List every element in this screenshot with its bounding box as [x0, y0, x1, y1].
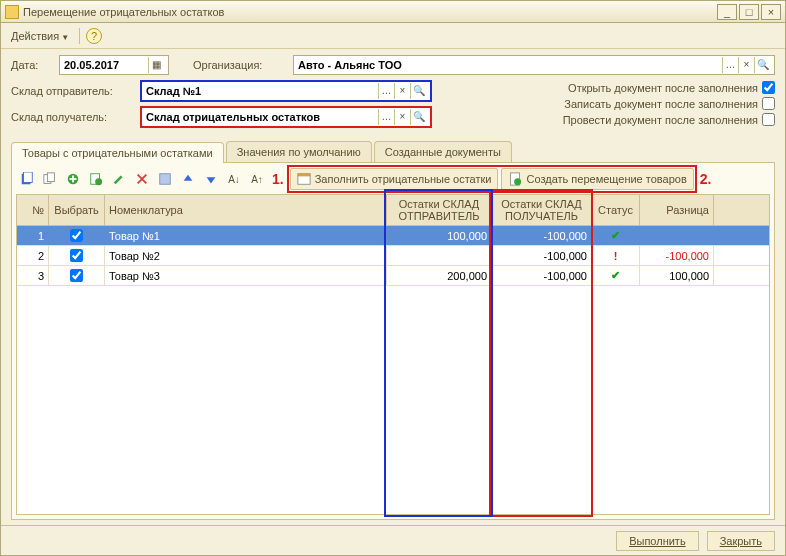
cell-receiver-stock: -100,000: [492, 226, 592, 245]
clear-icon[interactable]: ×: [738, 57, 754, 73]
fill-negative-button[interactable]: Заполнить отрицательные остатки: [290, 168, 499, 190]
search-icon[interactable]: 🔍: [410, 83, 426, 99]
refresh-icon[interactable]: [17, 169, 37, 189]
move-down-icon[interactable]: [201, 169, 221, 189]
form-area: Дата: 20.05.2017 ▦ Организация: Авто - А…: [1, 49, 785, 137]
cell-select[interactable]: [49, 246, 105, 265]
table-row[interactable]: 3Товар №3200,000-100,000✔100,000: [17, 266, 769, 286]
add-copy-icon[interactable]: [86, 169, 106, 189]
cell-receiver-stock: -100,000: [492, 246, 592, 265]
actions-menu[interactable]: Действия▼: [7, 28, 73, 44]
post-after-label: Провести документ после заполнения: [563, 114, 758, 126]
app-icon: [5, 5, 19, 19]
close-footer-button[interactable]: Закрыть: [707, 531, 775, 551]
col-nomenclature[interactable]: Номенклатура: [105, 195, 387, 225]
svg-point-8: [95, 178, 102, 185]
cell-sender-stock: 100,000: [387, 226, 492, 245]
tab-negative-stock[interactable]: Товары с отрицательными остатками: [11, 142, 224, 163]
svg-rect-1: [24, 172, 33, 183]
search-icon[interactable]: 🔍: [754, 57, 770, 73]
table-row[interactable]: 2Товар №2-100,000!-100,000: [17, 246, 769, 266]
delete-icon[interactable]: [132, 169, 152, 189]
help-button[interactable]: ?: [86, 28, 102, 44]
svg-rect-3: [47, 173, 54, 182]
table-row[interactable]: 1Товар №1100,000-100,000✔: [17, 226, 769, 246]
ellipsis-icon[interactable]: …: [378, 83, 394, 99]
col-select[interactable]: Выбрать: [49, 195, 105, 225]
cell-difference: [640, 226, 714, 245]
receiver-field[interactable]: Склад отрицательных остатков … × 🔍: [141, 107, 431, 127]
maximize-button[interactable]: □: [739, 4, 759, 20]
col-difference[interactable]: Разница: [640, 195, 714, 225]
move-start-icon[interactable]: [155, 169, 175, 189]
org-value: Авто - Альянс ТОО: [298, 59, 722, 71]
save-after-label: Записать документ после заполнения: [564, 98, 758, 110]
sort-desc-icon[interactable]: A↑: [247, 169, 267, 189]
grid-body: 1Товар №1100,000-100,000✔2Товар №2-100,0…: [17, 226, 769, 514]
grid-toolbar: A↓ A↑ 1. Заполнить отрицательные остатки…: [16, 167, 770, 191]
run-button[interactable]: Выполнить: [616, 531, 698, 551]
sender-field[interactable]: Склад №1 … × 🔍: [141, 81, 431, 101]
date-value: 20.05.2017: [64, 59, 148, 71]
clear-icon[interactable]: ×: [394, 109, 410, 125]
grid: № Выбрать Номенклатура Остатки СКЛАД ОТП…: [16, 194, 770, 515]
cell-difference: 100,000: [640, 266, 714, 285]
ellipsis-icon[interactable]: …: [722, 57, 738, 73]
window-title: Перемещение отрицательных остатков: [23, 6, 715, 18]
tabs: Товары с отрицательными остатками Значен…: [1, 137, 785, 162]
cell-status: ✔: [592, 266, 640, 285]
col-sender-stock[interactable]: Остатки СКЛАД ОТПРАВИТЕЛЬ: [387, 195, 492, 225]
tab-defaults[interactable]: Значения по умолчанию: [226, 141, 372, 162]
org-field[interactable]: Авто - Альянс ТОО … × 🔍: [293, 55, 775, 75]
save-after-checkbox[interactable]: [762, 97, 775, 110]
add-icon[interactable]: [63, 169, 83, 189]
chevron-down-icon: ▼: [61, 33, 69, 42]
separator: [79, 28, 80, 44]
post-after-checkbox[interactable]: [762, 113, 775, 126]
create-transfer-button[interactable]: Создать перемещение товаров: [501, 168, 693, 190]
col-status[interactable]: Статус: [592, 195, 640, 225]
svg-rect-9: [160, 174, 171, 185]
main-toolbar: Действия▼ ?: [1, 23, 785, 49]
close-button[interactable]: ×: [761, 4, 781, 20]
calendar-icon[interactable]: ▦: [148, 57, 164, 73]
svg-rect-11: [298, 174, 310, 177]
table-icon: [297, 172, 311, 186]
sender-label: Склад отправитель:: [11, 85, 141, 97]
col-receiver-stock[interactable]: Остатки СКЛАД ПОЛУЧАТЕЛЬ: [492, 195, 592, 225]
clear-icon[interactable]: ×: [394, 83, 410, 99]
search-icon[interactable]: 🔍: [410, 109, 426, 125]
receiver-label: Склад получатель:: [11, 111, 141, 123]
cell-difference: -100,000: [640, 246, 714, 265]
col-number[interactable]: №: [17, 195, 49, 225]
cell-nomenclature: Товар №1: [105, 226, 387, 245]
cell-nomenclature: Товар №3: [105, 266, 387, 285]
cell-number: 1: [17, 226, 49, 245]
move-up-icon[interactable]: [178, 169, 198, 189]
open-after-label: Открыть документ после заполнения: [568, 82, 758, 94]
ellipsis-icon[interactable]: …: [378, 109, 394, 125]
cell-sender-stock: [387, 246, 492, 265]
org-label: Организация:: [193, 59, 293, 71]
cell-select[interactable]: [49, 266, 105, 285]
cell-nomenclature: Товар №2: [105, 246, 387, 265]
cell-status: ✔: [592, 226, 640, 245]
sender-value: Склад №1: [146, 85, 378, 97]
grid-header: № Выбрать Номенклатура Остатки СКЛАД ОТП…: [17, 195, 769, 226]
tab-created-docs[interactable]: Созданные документы: [374, 141, 512, 162]
annotation-2: 2.: [700, 171, 712, 187]
edit-icon[interactable]: [109, 169, 129, 189]
copy-icon[interactable]: [40, 169, 60, 189]
cell-select[interactable]: [49, 226, 105, 245]
svg-point-13: [515, 178, 522, 185]
svg-rect-6: [70, 178, 77, 180]
footer: Выполнить Закрыть: [1, 525, 785, 555]
sort-asc-icon[interactable]: A↓: [224, 169, 244, 189]
cell-number: 2: [17, 246, 49, 265]
minimize-button[interactable]: _: [717, 4, 737, 20]
date-label: Дата:: [11, 59, 59, 71]
open-after-checkbox[interactable]: [762, 81, 775, 94]
app-window: Перемещение отрицательных остатков _ □ ×…: [0, 0, 786, 556]
cell-sender-stock: 200,000: [387, 266, 492, 285]
date-field[interactable]: 20.05.2017 ▦: [59, 55, 169, 75]
